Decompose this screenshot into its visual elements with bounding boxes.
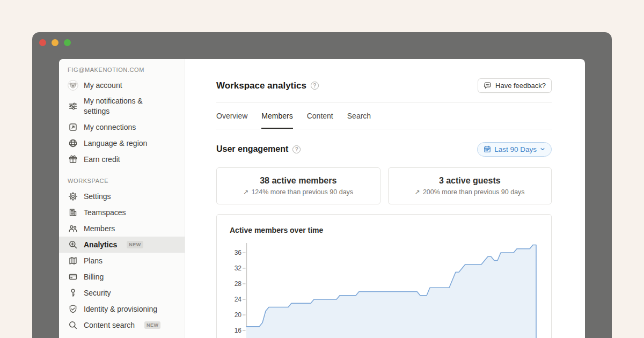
trend-up-icon: ↗	[243, 188, 248, 196]
sidebar-item-my-notifications-settings[interactable]: My notifications & settings	[59, 93, 185, 119]
svg-text:36: 36	[235, 249, 242, 256]
help-icon[interactable]: ?	[311, 82, 319, 90]
sidebar-item-language-region[interactable]: Language & region	[59, 135, 185, 151]
tab-members[interactable]: Members	[261, 102, 292, 129]
sidebar-item-security[interactable]: Security	[59, 285, 185, 301]
close-window-button[interactable]	[39, 39, 46, 46]
shield-check-icon	[68, 304, 78, 314]
avatar-icon	[68, 80, 78, 91]
arrow-up-right-box-icon	[68, 122, 78, 133]
gift-icon	[68, 154, 78, 165]
sidebar-item-label: My notifications & settings	[84, 96, 169, 116]
tab-search[interactable]: Search	[347, 102, 371, 129]
people-icon	[68, 223, 78, 234]
active-members-chart-card: Active members over time 363228242016	[216, 214, 552, 338]
sidebar-item-content-search[interactable]: Content search NEW	[59, 317, 185, 333]
have-feedback-label: Have feedback?	[495, 82, 546, 90]
building-icon	[68, 207, 78, 218]
sidebar-item-identity-provisioning[interactable]: Identity & provisioning	[59, 301, 185, 317]
globe-icon	[68, 138, 78, 149]
analytics-tabs: Overview Members Content Search	[216, 102, 552, 129]
sidebar-item-label: Settings	[84, 192, 111, 202]
map-icon	[68, 255, 78, 266]
stat-delta: ↗ 200% more than previous 90 days	[415, 188, 525, 196]
sidebar-item-label: Security	[84, 288, 111, 298]
sidebar-item-label: Earn credit	[84, 155, 120, 165]
credit-card-icon	[68, 271, 78, 282]
sidebar-item-label: Billing	[84, 272, 104, 282]
zoom-in-icon	[68, 239, 78, 250]
active-guests-stat-card: 3 active guests ↗ 200% more than previou…	[388, 167, 552, 204]
sidebar-item-my-account[interactable]: My account	[59, 77, 185, 93]
sidebar-item-my-connections[interactable]: My connections	[59, 119, 185, 135]
svg-text:32: 32	[235, 264, 242, 272]
sidebar-item-label: My account	[84, 80, 122, 91]
page-title: Workspace analytics	[216, 80, 306, 91]
tab-overview[interactable]: Overview	[216, 102, 247, 129]
minimize-window-button[interactable]	[52, 39, 58, 46]
sidebar-item-teamspaces[interactable]: Teamspaces	[59, 204, 185, 221]
sidebar-item-analytics[interactable]: Analytics NEW	[59, 237, 185, 253]
members-chart: 363228242016	[217, 215, 552, 338]
app-window: FIG@MAKENOTION.COM My account	[32, 32, 612, 338]
user-engagement-title: User engagement	[216, 144, 288, 154]
zoom-window-button[interactable]	[64, 39, 71, 46]
analytics-main-content: Workspace analytics ? Have feedback?	[185, 59, 585, 338]
trend-up-icon: ↗	[415, 188, 420, 196]
gear-icon	[68, 191, 78, 202]
settings-modal: FIG@MAKENOTION.COM My account	[59, 59, 585, 338]
stat-value: 3 active guests	[439, 176, 501, 186]
date-range-dropdown[interactable]: Last 90 Days	[477, 142, 552, 157]
help-icon[interactable]: ?	[292, 145, 301, 153]
svg-text:20: 20	[235, 311, 242, 319]
svg-text:28: 28	[235, 280, 242, 288]
key-icon	[68, 288, 78, 298]
stat-value: 38 active members	[260, 176, 336, 186]
calendar-icon	[484, 145, 491, 153]
sidebar-item-label: Content search	[84, 320, 135, 330]
stat-delta: ↗ 124% more than previous 90 days	[243, 188, 353, 196]
sidebar-item-plans[interactable]: Plans	[59, 253, 185, 269]
date-range-label: Last 90 Days	[494, 145, 537, 153]
sidebar-item-label: Analytics	[84, 240, 117, 250]
sidebar-item-label: Teamspaces	[84, 208, 126, 218]
sidebar-item-label: Members	[84, 224, 115, 234]
workspace-section-heading: WORKSPACE	[59, 178, 185, 184]
svg-text:16: 16	[235, 327, 242, 334]
sliders-icon	[68, 101, 78, 112]
chat-bubble-icon	[484, 82, 492, 90]
settings-sidebar: FIG@MAKENOTION.COM My account	[59, 59, 185, 338]
tab-content[interactable]: Content	[307, 102, 333, 129]
sidebar-item-billing[interactable]: Billing	[59, 269, 185, 285]
new-badge: NEW	[144, 321, 161, 329]
svg-text:24: 24	[235, 296, 242, 303]
chevron-down-icon	[540, 146, 545, 152]
sidebar-item-label: My connections	[84, 122, 136, 133]
have-feedback-button[interactable]: Have feedback?	[478, 78, 552, 93]
active-members-stat-card: 38 active members ↗ 124% more than previ…	[216, 167, 380, 204]
search-icon	[68, 320, 78, 330]
sidebar-item-label: Identity & provisioning	[84, 304, 157, 314]
sidebar-item-label: Language & region	[84, 138, 147, 149]
sidebar-item-earn-credit[interactable]: Earn credit	[59, 151, 185, 167]
account-email-heading: FIG@MAKENOTION.COM	[59, 67, 185, 73]
window-controls	[39, 39, 71, 46]
new-badge: NEW	[127, 241, 143, 248]
sidebar-item-members[interactable]: Members	[59, 221, 185, 237]
sidebar-item-settings[interactable]: Settings	[59, 188, 185, 204]
sidebar-item-label: Plans	[84, 256, 103, 266]
